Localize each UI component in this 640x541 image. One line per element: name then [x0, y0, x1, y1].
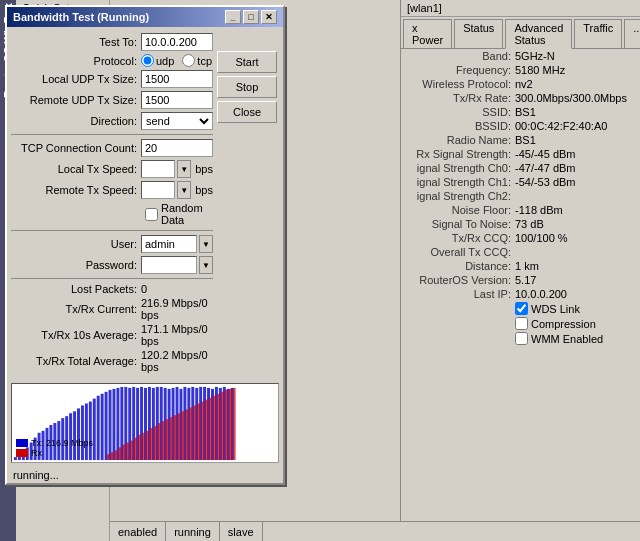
remote-udp-tx-input[interactable] — [141, 91, 213, 109]
svg-rect-23 — [105, 392, 108, 460]
info-row: Last IP:10.0.0.200 — [401, 287, 640, 301]
remote-tx-dropdown[interactable]: ▼ — [177, 181, 191, 199]
password-dropdown[interactable]: ▼ — [199, 256, 213, 274]
divider1 — [11, 134, 213, 135]
tx-rx-total-label: Tx/Rx Total Average: — [11, 355, 141, 367]
test-to-input[interactable] — [141, 33, 213, 51]
info-val: 5GHz-N — [515, 50, 636, 62]
user-label: User: — [11, 238, 141, 250]
info-row: Wireless Protocol:nv2 — [401, 77, 640, 91]
svg-rect-62 — [130, 441, 133, 461]
svg-rect-69 — [158, 423, 161, 460]
dialog-close-button[interactable]: Close — [217, 101, 277, 123]
local-tx-label: Local Tx Speed: — [11, 163, 141, 175]
svg-rect-70 — [162, 421, 165, 460]
titlebar-buttons: _ □ ✕ — [225, 10, 277, 24]
status-cell-1: enabled — [110, 522, 166, 541]
status-bar: enabled running slave — [110, 521, 640, 541]
svg-rect-63 — [134, 438, 137, 460]
tx-rx-current-value: 216.9 Mbps/0 bps — [141, 297, 213, 321]
info-val: 100/100 % — [515, 232, 636, 244]
random-data-checkbox[interactable] — [145, 208, 158, 221]
minimize-button[interactable]: _ — [225, 10, 241, 24]
svg-rect-22 — [101, 394, 104, 460]
protocol-tcp-label[interactable]: tcp — [182, 54, 212, 67]
protocol-tcp-text: tcp — [197, 55, 212, 67]
dialog-title: Bandwidth Test (Running) — [13, 11, 149, 23]
checkbox-compression-row: Compression — [401, 316, 640, 331]
panel-tabs: x PowerStatusAdvanced StatusTraffic... — [401, 17, 640, 49]
info-key: Noise Floor: — [405, 204, 515, 216]
protocol-udp-label[interactable]: udp — [141, 54, 174, 67]
test-to-control — [141, 33, 213, 51]
tcp-conn-input[interactable] — [141, 139, 213, 157]
info-val: nv2 — [515, 78, 636, 90]
svg-rect-60 — [122, 444, 125, 460]
svg-rect-21 — [97, 396, 100, 460]
tx-rx-current-row: Tx/Rx Current: 216.9 Mbps/0 bps — [11, 297, 213, 321]
panel-tab-traffic[interactable]: Traffic — [574, 19, 622, 48]
info-row: Rx Signal Strength:-45/-45 dBm — [401, 147, 640, 161]
password-input[interactable] — [141, 256, 197, 274]
checkbox-wmm-enabled-row: WMM Enabled — [401, 331, 640, 346]
random-data-text: Random Data — [161, 202, 213, 226]
tx-rx-10s-row: Tx/Rx 10s Average: 171.1 Mbps/0 bps — [11, 323, 213, 347]
info-row: Overall Tx CCQ: — [401, 245, 640, 259]
local-udp-tx-row: Local UDP Tx Size: — [11, 70, 213, 88]
svg-rect-87 — [229, 389, 232, 460]
checkbox-wmm-enabled[interactable] — [515, 332, 528, 345]
remote-tx-input[interactable] — [141, 181, 175, 199]
info-val: 00:0C:42:F2:40:A0 — [515, 120, 636, 132]
bw-dialog: Bandwidth Test (Running) _ □ ✕ Start Sto… — [5, 5, 285, 485]
remote-tx-row: Remote Tx Speed: ▼ bps — [11, 181, 213, 199]
info-key: Wireless Protocol: — [405, 78, 515, 90]
checkbox-compression[interactable] — [515, 317, 528, 330]
direction-select[interactable]: send receive both — [141, 112, 213, 130]
remote-udp-tx-label: Remote UDP Tx Size: — [11, 94, 141, 106]
password-control: ▼ — [141, 256, 213, 274]
info-val: -118 dBm — [515, 204, 636, 216]
svg-rect-66 — [146, 431, 149, 460]
panel-tab-x-power[interactable]: x Power — [403, 19, 452, 48]
user-input[interactable] — [141, 235, 197, 253]
direction-row: Direction: send receive both — [11, 112, 213, 130]
tx-rx-current-label: Tx/Rx Current: — [11, 303, 141, 315]
user-dropdown[interactable]: ▼ — [199, 235, 213, 253]
info-row: ignal Strength Ch0:-47/-47 dBm — [401, 161, 640, 175]
svg-rect-56 — [107, 454, 110, 460]
local-udp-tx-input[interactable] — [141, 70, 213, 88]
stop-button[interactable]: Stop — [217, 76, 277, 98]
local-tx-dropdown[interactable]: ▼ — [177, 160, 191, 178]
start-button[interactable]: Start — [217, 51, 277, 73]
local-tx-input[interactable] — [141, 160, 175, 178]
tcp-conn-label: TCP Connection Count: — [11, 142, 141, 154]
info-val: 1 km — [515, 260, 636, 272]
random-data-label[interactable]: Random Data — [145, 202, 213, 226]
remote-udp-tx-control — [141, 91, 213, 109]
checkbox-wds-link[interactable] — [515, 302, 528, 315]
info-row: Distance:1 km — [401, 259, 640, 273]
rx-legend-color — [16, 449, 28, 457]
info-key: Tx/Rx CCQ: — [405, 232, 515, 244]
protocol-control: udp tcp — [141, 54, 213, 67]
info-row: Frequency:5180 MHz — [401, 63, 640, 77]
info-row: ignal Strength Ch2: — [401, 189, 640, 203]
info-row: ignal Strength Ch1:-54/-53 dBm — [401, 175, 640, 189]
tx-rx-total-row: Tx/Rx Total Average: 120.2 Mbps/0 bps — [11, 349, 213, 373]
svg-rect-71 — [166, 419, 169, 460]
protocol-udp-radio[interactable] — [141, 54, 154, 67]
protocol-tcp-radio[interactable] — [182, 54, 195, 67]
dialog-status: running... — [7, 467, 283, 483]
divider2 — [11, 230, 213, 231]
maximize-button[interactable]: □ — [243, 10, 259, 24]
panel-tab-advanced-status[interactable]: Advanced Status — [505, 19, 572, 49]
svg-rect-65 — [142, 433, 145, 460]
panel-tab-...[interactable]: ... — [624, 19, 640, 48]
info-val: BS1 — [515, 134, 636, 146]
remote-udp-tx-row: Remote UDP Tx Size: — [11, 91, 213, 109]
close-button[interactable]: ✕ — [261, 10, 277, 24]
panel-tab-status[interactable]: Status — [454, 19, 503, 48]
remote-tx-label: Remote Tx Speed: — [11, 184, 141, 196]
info-row: Tx/Rx CCQ:100/100 % — [401, 231, 640, 245]
svg-rect-57 — [111, 452, 114, 460]
